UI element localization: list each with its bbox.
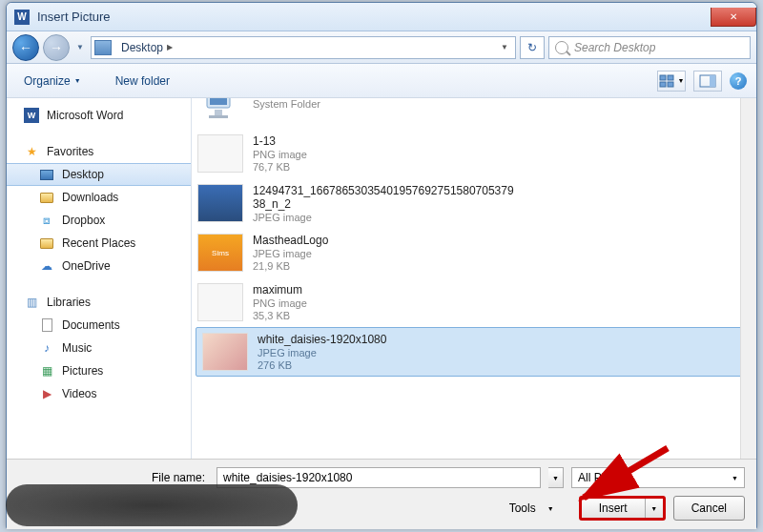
document-icon bbox=[42, 318, 52, 332]
sidebar-item-videos[interactable]: ▶ Videos bbox=[7, 382, 191, 405]
chevron-right-icon: ▶ bbox=[167, 43, 173, 51]
pictures-icon: ▦ bbox=[39, 363, 54, 379]
sidebar-item-documents[interactable]: Documents bbox=[7, 314, 191, 337]
svg-rect-8 bbox=[215, 110, 222, 115]
help-button[interactable]: ? bbox=[730, 72, 747, 90]
sidebar-favorites-header[interactable]: ★ Favorites bbox=[7, 140, 191, 163]
nav-bar: ← → ▼ Desktop ▶ ▼ ↻ Search Desktop bbox=[7, 31, 756, 64]
svg-rect-7 bbox=[210, 98, 227, 105]
address-text: Desktop bbox=[121, 41, 163, 54]
file-thumbnail bbox=[197, 184, 243, 222]
preview-pane-icon bbox=[699, 74, 716, 88]
svg-rect-5 bbox=[710, 75, 715, 87]
search-input[interactable]: Search Desktop bbox=[548, 36, 751, 59]
titlebar[interactable]: W Insert Picture ✕ bbox=[7, 3, 756, 31]
scrollbar[interactable] bbox=[740, 98, 756, 459]
sidebar-item-pictures[interactable]: ▦ Pictures bbox=[7, 359, 191, 382]
folder-icon bbox=[40, 238, 53, 249]
sidebar-item-music[interactable]: ♪ Music bbox=[7, 337, 191, 359]
watermark bbox=[6, 484, 298, 526]
tiles-view-icon bbox=[659, 74, 676, 88]
sidebar-libraries-header[interactable]: ▥ Libraries bbox=[7, 291, 191, 314]
toolbar: Organize ▼ New folder ▼ ? bbox=[7, 64, 756, 98]
tools-button[interactable]: Tools bbox=[509, 501, 536, 515]
window-title: Insert Picture bbox=[37, 10, 111, 24]
preview-pane-button[interactable] bbox=[693, 71, 722, 92]
cancel-button[interactable]: Cancel bbox=[673, 496, 745, 521]
word-icon: W bbox=[24, 108, 39, 123]
svg-rect-3 bbox=[668, 82, 673, 87]
svg-rect-9 bbox=[209, 115, 228, 118]
sidebar-item-dropbox[interactable]: ⧈ Dropbox bbox=[7, 209, 191, 232]
svg-rect-0 bbox=[660, 75, 666, 80]
search-placeholder: Search Desktop bbox=[574, 41, 655, 54]
new-folder-button[interactable]: New folder bbox=[108, 71, 177, 92]
word-app-icon: W bbox=[14, 10, 30, 25]
filename-dropdown[interactable]: ▼ bbox=[548, 467, 564, 488]
file-thumbnail bbox=[202, 333, 248, 371]
file-item-selected[interactable]: white_daisies-1920x1080 JPEG image 276 K… bbox=[196, 327, 753, 377]
cloud-icon: ☁ bbox=[39, 258, 54, 274]
address-dropdown[interactable]: ▼ bbox=[497, 43, 512, 51]
forward-button[interactable]: → bbox=[43, 34, 70, 61]
libraries-icon: ▥ bbox=[24, 295, 39, 310]
filename-label: File name: bbox=[18, 471, 209, 484]
file-list[interactable]: System Folder 1-13 PNG image 76,7 KB 124… bbox=[192, 98, 756, 459]
nav-history-dropdown[interactable]: ▼ bbox=[73, 38, 87, 57]
close-button[interactable]: ✕ bbox=[711, 8, 756, 27]
file-item[interactable]: System Folder bbox=[192, 98, 756, 129]
star-icon: ★ bbox=[24, 144, 39, 159]
file-type-filter[interactable]: All Picture ▼ bbox=[571, 467, 745, 488]
sidebar-item-recent-places[interactable]: Recent Places bbox=[7, 232, 191, 255]
back-button[interactable]: ← bbox=[12, 34, 39, 61]
file-thumbnail bbox=[197, 283, 243, 321]
file-thumbnail bbox=[197, 134, 243, 173]
videos-icon: ▶ bbox=[39, 386, 54, 401]
sidebar-item-downloads[interactable]: Downloads bbox=[7, 186, 191, 209]
folder-icon bbox=[40, 193, 53, 203]
system-folder-icon bbox=[197, 98, 243, 123]
address-segment[interactable]: Desktop ▶ bbox=[117, 41, 176, 54]
sidebar-item-desktop[interactable]: Desktop bbox=[7, 163, 191, 186]
music-icon: ♪ bbox=[39, 340, 54, 356]
view-options-button[interactable]: ▼ bbox=[657, 71, 686, 92]
search-icon bbox=[555, 41, 568, 54]
insert-dropdown[interactable]: ▼ bbox=[646, 505, 663, 512]
address-bar[interactable]: Desktop ▶ ▼ bbox=[91, 36, 516, 59]
file-thumbnail: Sims bbox=[197, 234, 243, 272]
sidebar-item-word[interactable]: W Microsoft Word bbox=[7, 104, 191, 127]
navigation-pane: W Microsoft Word ★ Favorites Desktop Dow… bbox=[7, 98, 192, 459]
file-item[interactable]: maximum PNG image 35,3 KB bbox=[192, 277, 756, 327]
desktop-icon bbox=[94, 40, 112, 55]
chevron-down-icon: ▼ bbox=[732, 475, 738, 481]
svg-rect-1 bbox=[668, 75, 673, 80]
file-item[interactable]: Sims MastheadLogo JPEG image 21,9 KB bbox=[192, 228, 756, 277]
file-item[interactable]: 12494731_1667865303540195769275158070537… bbox=[192, 178, 756, 228]
dropbox-icon: ⧈ bbox=[39, 213, 54, 228]
chevron-down-icon: ▼ bbox=[74, 77, 81, 84]
refresh-button[interactable]: ↻ bbox=[520, 36, 545, 59]
desktop-icon bbox=[40, 170, 53, 180]
insert-button[interactable]: Insert ▼ bbox=[579, 496, 666, 521]
svg-rect-2 bbox=[660, 82, 666, 87]
file-item[interactable]: 1-13 PNG image 76,7 KB bbox=[192, 129, 756, 178]
chevron-down-icon[interactable]: ▼ bbox=[547, 505, 554, 512]
sidebar-item-onedrive[interactable]: ☁ OneDrive bbox=[7, 255, 191, 277]
chevron-down-icon: ▼ bbox=[678, 77, 685, 84]
organize-button[interactable]: Organize ▼ bbox=[16, 71, 89, 92]
insert-picture-dialog: W Insert Picture ✕ ← → ▼ Desktop ▶ ▼ ↻ S… bbox=[6, 2, 757, 528]
